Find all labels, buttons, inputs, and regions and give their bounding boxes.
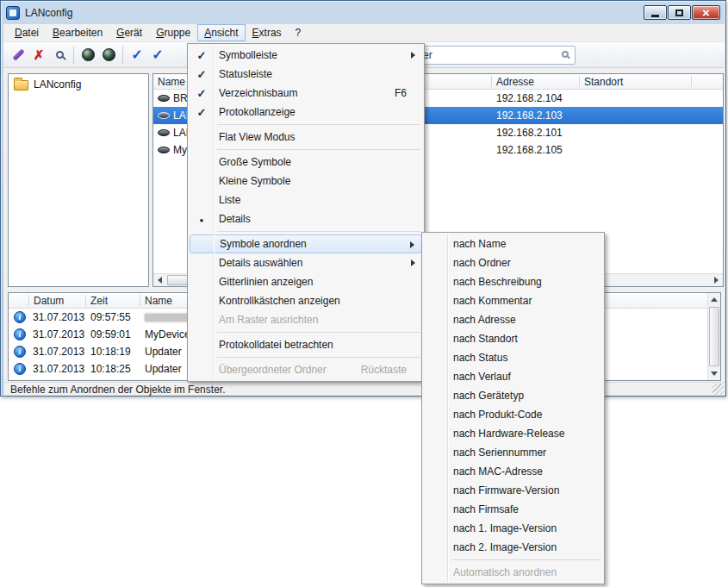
delete-icon: ✗ <box>34 48 45 61</box>
menu-item-flat-view-modus[interactable]: Flat View Modus <box>190 128 422 147</box>
scrollbar-thumb[interactable] <box>709 307 719 366</box>
menu-item-label: nach Firmsafe <box>448 503 519 515</box>
resize-grip[interactable] <box>712 384 724 395</box>
menu-ansicht[interactable]: Ansicht <box>197 24 245 41</box>
scroll-up-button[interactable] <box>708 293 721 306</box>
menu-item-protokolldatei-betrachten[interactable]: Protokolldatei betrachten <box>190 335 422 354</box>
menu-hilfe[interactable]: ? <box>289 24 308 42</box>
submenu-arrow-icon <box>411 259 415 266</box>
close-button[interactable] <box>692 5 720 20</box>
submenu-item-nach-ordner[interactable]: nach Ordner <box>424 253 602 272</box>
menu-item-details[interactable]: ● Details <box>190 209 422 228</box>
menu-item-uebergeordneter-ordner[interactable]: Übergeordneter Ordner Rücktaste <box>190 360 422 379</box>
submenu-item-nach-firmsafe[interactable]: nach Firmsafe <box>424 500 602 519</box>
log-time: 10:18:19 <box>90 346 131 358</box>
menu-item-kontrollkaestchen-anzeigen[interactable]: Kontrollkästchen anzeigen <box>190 291 422 310</box>
menu-item-label: Symbolleiste <box>214 49 277 61</box>
tree-item-lanconfig[interactable]: LANconfig <box>9 74 148 94</box>
checkmark-icon: ✓ <box>197 68 207 81</box>
menu-item-label: Große Symbole <box>214 156 291 168</box>
redacted-device-name <box>145 314 191 322</box>
log-device-name: Updater <box>145 346 182 358</box>
submenu-item-nach-adresse[interactable]: nach Adresse <box>424 310 602 329</box>
submenu-item-nach-seriennummer[interactable]: nach Seriennummer <box>424 443 602 462</box>
menu-item-label: Übergeordneter Ordner <box>214 364 327 376</box>
log-device-name: MyDevice <box>145 328 190 340</box>
column-divider[interactable] <box>691 76 692 87</box>
globe-icon <box>82 48 95 61</box>
status-text: Befehle zum Anordnen der Objekte im Fens… <box>10 384 225 396</box>
check-firmware-button[interactable]: ✓ <box>127 45 147 66</box>
submenu-item-nach-verlauf[interactable]: nach Verlauf <box>424 367 602 386</box>
menu-item-label: nach Firmware-Version <box>448 484 559 496</box>
menu-item-gitterlinien-anzeigen[interactable]: Gitterlinien anzeigen <box>190 272 422 291</box>
column-header-name[interactable]: Name <box>158 76 185 88</box>
menu-item-am-raster-ausrichten[interactable]: Am Raster ausrichten <box>190 310 422 329</box>
submenu-item-nach-firmware-version[interactable]: nach Firmware-Version <box>424 481 602 500</box>
submenu-item-nach-mac-adresse[interactable]: nach MAC-Adresse <box>424 462 602 481</box>
menu-item-statusleiste[interactable]: ✓ Statusleiste <box>190 65 422 84</box>
configure-device-button[interactable] <box>8 45 28 66</box>
submenu-item-automatisch-anordnen[interactable]: Automatisch anordnen <box>424 563 602 582</box>
menu-item-liste[interactable]: Liste <box>190 190 422 209</box>
find-device-button[interactable] <box>49 45 70 66</box>
device-icon <box>158 112 170 119</box>
menu-separator <box>217 357 420 358</box>
menu-gruppe[interactable]: Gruppe <box>149 24 197 42</box>
delete-device-button[interactable]: ✗ <box>28 45 49 66</box>
menu-extras[interactable]: Extras <box>246 24 289 42</box>
menu-separator <box>451 559 600 560</box>
device-address: 192.168.2.105 <box>496 144 563 156</box>
menu-item-protokollanzeige[interactable]: ✓ Protokollanzeige <box>190 103 422 122</box>
column-divider[interactable] <box>491 76 492 87</box>
column-header-name[interactable]: Name <box>145 295 172 307</box>
menu-item-symbolleiste[interactable]: ✓ Symbolleiste <box>190 46 422 65</box>
maximize-button[interactable] <box>668 5 691 20</box>
submenu-item-nach-1-image-version[interactable]: nach 1. Image-Version <box>424 519 602 538</box>
submenu-item-nach-2-image-version[interactable]: nach 2. Image-Version <box>424 538 602 557</box>
column-divider[interactable] <box>579 76 580 87</box>
monitor-wan-button[interactable] <box>98 45 119 66</box>
monitor-device-button[interactable] <box>78 45 98 66</box>
column-divider[interactable] <box>85 295 86 306</box>
vertical-scrollbar[interactable] <box>707 293 720 380</box>
column-header-datum[interactable]: Datum <box>34 295 64 307</box>
submenu-item-nach-name[interactable]: nach Name <box>424 234 602 253</box>
submenu-item-nach-geraetetyp[interactable]: nach Gerätetyp <box>424 386 602 405</box>
menu-item-details-auswaehlen[interactable]: Details auswählen <box>190 253 422 272</box>
submenu-item-nach-standort[interactable]: nach Standort <box>424 329 602 348</box>
view-menu: ✓ Symbolleiste ✓ Statusleiste ✓ Verzeich… <box>187 43 425 382</box>
search-magnifier-icon <box>56 51 64 59</box>
column-divider[interactable] <box>28 295 29 306</box>
arrow-left-icon <box>158 277 162 284</box>
submenu-item-nach-produkt-code[interactable]: nach Produkt-Code <box>424 405 602 424</box>
scroll-left-button[interactable] <box>153 274 166 287</box>
search-input[interactable] <box>420 47 557 64</box>
submenu-item-nach-beschreibung[interactable]: nach Beschreibung <box>424 272 602 291</box>
column-divider[interactable] <box>140 295 140 306</box>
scroll-right-button[interactable] <box>710 274 723 287</box>
radio-dot-icon: ● <box>200 216 204 224</box>
column-header-adresse[interactable]: Adresse <box>496 76 534 88</box>
arrange-submenu: nach Name nach Ordner nach Beschreibung … <box>421 232 605 584</box>
menu-item-grosse-symbole[interactable]: Große Symbole <box>190 153 422 172</box>
minimize-button[interactable] <box>644 5 667 20</box>
menu-datei[interactable]: Datei <box>8 24 46 42</box>
menu-item-label: nach 2. Image-Version <box>448 541 557 553</box>
menu-item-symbole-anordnen[interactable]: Symbole anordnen <box>190 234 422 253</box>
submenu-item-nach-hardware-release[interactable]: nach Hardware-Release <box>424 424 602 443</box>
column-header-standort[interactable]: Standort <box>584 76 623 88</box>
titlebar[interactable]: LANconfig <box>1 1 725 24</box>
menu-item-verzeichnisbaum[interactable]: ✓ Verzeichnisbaum F6 <box>190 84 422 103</box>
menu-geraet[interactable]: Gerät <box>109 24 149 42</box>
submenu-item-nach-kommentar[interactable]: nach Kommentar <box>424 291 602 310</box>
menu-bearbeiten[interactable]: Bearbeiten <box>46 24 109 42</box>
check-config-button[interactable]: ✓ <box>147 45 168 66</box>
column-header-zeit[interactable]: Zeit <box>90 295 108 307</box>
device-icon <box>158 129 170 136</box>
folder-tree: LANconfig <box>8 73 149 287</box>
submenu-item-nach-status[interactable]: nach Status <box>424 348 602 367</box>
menu-item-kleine-symbole[interactable]: Kleine Symbole <box>190 172 422 190</box>
menu-item-label: Automatisch anordnen <box>448 566 557 578</box>
scroll-down-button[interactable] <box>708 367 721 380</box>
